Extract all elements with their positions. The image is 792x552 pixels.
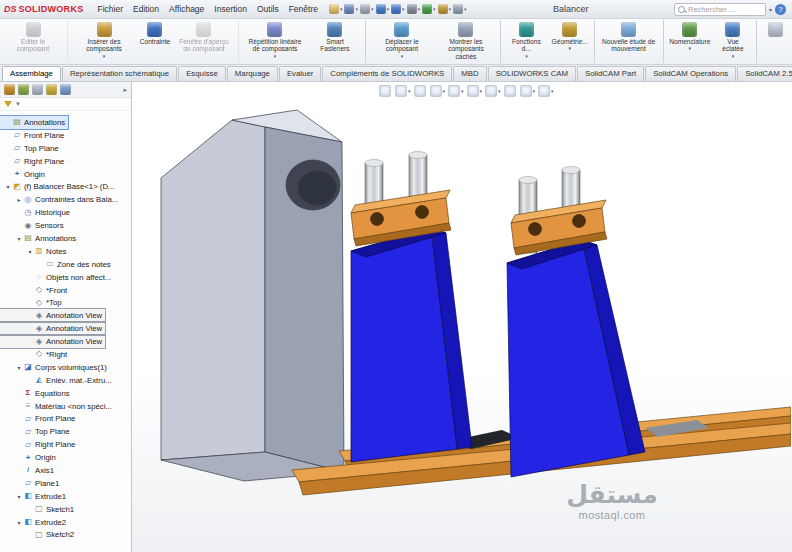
tree-item[interactable]: ◭ Enlèv. mat.-Extru... (0, 374, 115, 387)
dropdown-caret-icon[interactable]: ▾ (408, 88, 411, 94)
expand-arrow-icon[interactable]: ▾ (15, 235, 23, 242)
tree-item[interactable]: ▾ ◪ Corps volumiques(1) (0, 361, 110, 374)
dropdown-caret-icon[interactable]: ▾ (689, 46, 692, 51)
show-hidden-components-button[interactable]: Montrer les composants cachés (435, 20, 501, 63)
previous-view-icon[interactable] (414, 85, 427, 97)
dropdown-caret-icon[interactable]: ▾ (525, 54, 528, 59)
tree-item[interactable]: ▭ Zone des notes (0, 258, 114, 271)
hide-show-items-icon[interactable]: ▾ (485, 85, 501, 97)
display-style-icon[interactable]: ▾ (467, 85, 483, 97)
tree-item[interactable]: ≡ Matériau <non spéci... (0, 400, 115, 413)
dropdown-caret-icon[interactable]: ▾ (274, 54, 277, 59)
expand-arrow-icon[interactable]: ▾ (4, 183, 12, 190)
tree-item[interactable]: ▤ Annotations (0, 116, 68, 129)
dropdown-caret-icon[interactable]: ▾ (355, 6, 358, 12)
menu-edition[interactable]: Edition (128, 2, 164, 16)
tab-esquisse[interactable]: Esquisse (178, 66, 226, 81)
tab-representation-schematique[interactable]: Représentation schématique (62, 66, 177, 81)
tab-assemblage[interactable]: Assemblage (2, 66, 61, 81)
dropdown-caret-icon[interactable]: ▾ (480, 88, 483, 94)
file-properties-icon[interactable]: ▾ (438, 4, 452, 14)
menu-affichage[interactable]: Affichage (164, 2, 209, 16)
move-component-button[interactable]: Déplacer le composant ▾ (369, 20, 435, 63)
tree-item[interactable]: ▾ ◩ (f) Balancer Base<1> (D... (0, 180, 118, 193)
tab-solidcam-25d[interactable]: SolidCAM 2.5D (737, 66, 792, 81)
propertymanager-tab[interactable] (18, 84, 29, 95)
expand-arrow-icon[interactable]: ▸ (15, 196, 23, 203)
save-icon[interactable]: ▾ (344, 4, 358, 14)
menu-insertion[interactable]: Insertion (209, 2, 252, 16)
tab-complements-solidworks[interactable]: Compléments de SOLIDWORKS (322, 66, 452, 81)
tab-evaluer[interactable]: Evaluer (279, 66, 321, 81)
tree-item[interactable]: + Origin (0, 451, 59, 464)
assembly-features-button[interactable]: Fonctions d... ▾ (504, 20, 549, 63)
linear-component-pattern-button[interactable]: Répétition linéaire de composants ▾ (242, 20, 308, 63)
dropdown-caret-icon[interactable]: ▾ (443, 88, 446, 94)
tree-item[interactable]: ▱ Top Plane (0, 142, 62, 155)
reference-geometry-button[interactable]: Géométrie... ▾ (549, 20, 595, 63)
3d-model-canvas[interactable] (132, 82, 791, 552)
tab-solidcam-part[interactable]: SolidCAM Part (577, 66, 644, 81)
search-input[interactable]: Rechercher ... (674, 3, 766, 16)
view-settings-icon[interactable]: ▾ (538, 85, 554, 97)
dropdown-caret-icon[interactable]: ▾ (732, 54, 735, 59)
tree-item[interactable]: + Origin (0, 168, 48, 181)
mate-button[interactable]: Contrainte (137, 20, 173, 63)
dropdown-caret-icon[interactable]: ▾ (498, 88, 501, 94)
options-icon[interactable]: ▾ (453, 4, 467, 14)
tree-item[interactable]: ▢ Sketch1 (0, 503, 77, 516)
open-icon[interactable]: ▾ (329, 4, 343, 14)
displaymanager-tab[interactable] (60, 84, 71, 95)
view-orientation-icon[interactable]: ▾ (448, 85, 464, 97)
tree-item[interactable]: ▱ Plane1 (0, 477, 62, 490)
tree-item[interactable]: ◇ *Front (0, 284, 70, 297)
tree-item[interactable]: ◇ *Top (0, 296, 65, 309)
apply-scene-icon[interactable]: ▾ (520, 85, 536, 97)
dropdown-caret-icon[interactable]: ▾ (371, 6, 374, 12)
tree-item[interactable]: ▢ Sketch2 (0, 529, 77, 542)
dropdown-caret-icon[interactable]: ▾ (461, 88, 464, 94)
dropdown-caret-icon[interactable]: ▾ (533, 88, 536, 94)
tree-item[interactable]: ▱ Top Plane (0, 425, 73, 438)
expand-arrow-icon[interactable]: ▾ (26, 248, 34, 255)
part-clamp-assembly-1[interactable] (351, 152, 472, 463)
tree-item[interactable]: ◈ Annotation View (0, 335, 105, 348)
help-icon[interactable]: ? (775, 4, 786, 15)
featuremanager-tab[interactable] (4, 84, 15, 95)
dropdown-caret-icon[interactable]: ▾ (401, 54, 404, 59)
dropdown-caret-icon[interactable]: ▾ (551, 88, 554, 94)
menu-fichier[interactable]: Fichier (93, 2, 129, 16)
tree-item[interactable]: / Axis1 (0, 464, 57, 477)
zoom-area-icon[interactable]: ▾ (395, 85, 411, 97)
rebuild-icon[interactable]: ▾ (422, 4, 436, 14)
filter-icon[interactable] (4, 101, 12, 107)
tree-item[interactable]: ▾ ◧ Extrude2 (0, 516, 69, 529)
select-icon[interactable]: ▾ (407, 4, 421, 14)
edit-component-button[interactable]: Editer le composant (2, 20, 68, 63)
dropdown-caret-icon[interactable]: ▾ (418, 6, 421, 12)
tree-item[interactable]: ◈ Annotation View (0, 309, 105, 322)
menu-fenetre[interactable]: Fenêtre (284, 2, 323, 16)
new-motion-study-button[interactable]: Nouvelle étude de mouvement (598, 20, 664, 63)
zoom-fit-icon[interactable] (379, 85, 392, 97)
print-icon[interactable]: ▾ (360, 4, 374, 14)
dropdown-caret-icon[interactable]: ▾ (433, 6, 436, 12)
panel-collapse-arrow-icon[interactable]: ▸ (123, 86, 127, 94)
tree-item[interactable]: ◉ Sensors (0, 219, 67, 232)
expand-arrow-icon[interactable]: ▾ (15, 493, 23, 500)
part-clamp-assembly-2[interactable] (507, 167, 645, 478)
exploded-view-button[interactable]: Vue éclatée ▾ (713, 20, 757, 63)
tree-item[interactable]: ▱ Front Plane (0, 412, 78, 425)
edit-appearance-icon[interactable] (504, 85, 517, 97)
search-dropdown-caret-icon[interactable]: ▾ (769, 6, 772, 13)
tree-item[interactable]: ◌ Objets non affect... (0, 271, 114, 284)
dropdown-caret-icon[interactable]: ▾ (449, 6, 452, 12)
menu-outils[interactable]: Outils (252, 2, 284, 16)
smart-fasteners-button[interactable]: Smart Fasteners (308, 20, 366, 63)
tree-item[interactable]: ◇ *Right (0, 348, 70, 361)
filter-caret-icon[interactable]: ▼ (15, 101, 21, 107)
expand-arrow-icon[interactable]: ▾ (15, 519, 23, 526)
tab-solidworks-cam[interactable]: SOLIDWORKS CAM (488, 66, 576, 81)
tree-item[interactable]: ▾ ▥ Notes (0, 245, 69, 258)
tree-item[interactable]: ▸ ◎ Contraintes dans Bala... (0, 193, 121, 206)
